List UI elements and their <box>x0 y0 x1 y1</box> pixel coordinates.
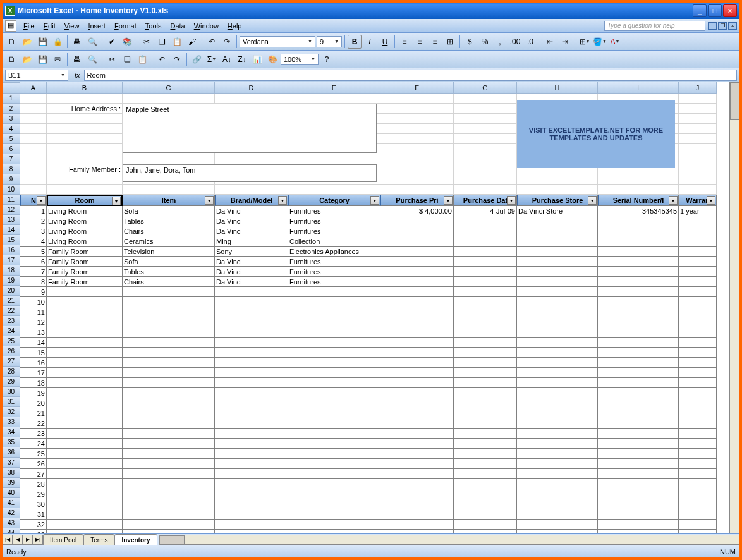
cell[interactable] <box>215 327 288 338</box>
filter-header-purchase-dat[interactable]: Purchase Dat▼ <box>454 195 517 206</box>
cell[interactable] <box>598 520 679 530</box>
cell[interactable] <box>517 287 598 297</box>
print-button[interactable]: 🖶 <box>70 35 84 49</box>
cell[interactable] <box>598 509 679 520</box>
print-preview-button[interactable]: 🔍 <box>85 35 99 49</box>
cell[interactable] <box>679 327 717 338</box>
new-doc-button[interactable]: 🗋 <box>5 52 19 66</box>
cell[interactable] <box>288 449 380 459</box>
cell[interactable] <box>288 378 380 388</box>
chart-wizard-button[interactable]: 📊 <box>250 52 264 66</box>
cell[interactable] <box>380 388 454 398</box>
cell[interactable] <box>598 348 679 358</box>
cell[interactable]: Sofa <box>123 257 215 267</box>
cell[interactable] <box>380 489 454 499</box>
cell[interactable] <box>454 247 517 257</box>
col-header-A[interactable]: A <box>20 82 47 94</box>
tab-nav-next[interactable]: ▶ <box>23 535 33 545</box>
bold-button[interactable]: B <box>348 35 362 49</box>
cell[interactable] <box>380 297 454 307</box>
cell[interactable] <box>288 418 380 429</box>
cell[interactable] <box>47 114 123 124</box>
cell[interactable] <box>47 144 123 154</box>
cell[interactable] <box>47 499 123 509</box>
cell[interactable] <box>215 469 288 479</box>
cell[interactable] <box>454 257 517 267</box>
cell[interactable]: 26 <box>20 459 47 469</box>
open2-button[interactable]: 📂 <box>20 52 34 66</box>
cell[interactable] <box>47 338 123 348</box>
cell[interactable] <box>679 429 717 439</box>
cell[interactable] <box>288 530 380 533</box>
format-painter-button[interactable]: 🖌 <box>185 35 199 49</box>
cell[interactable]: 28 <box>20 479 47 489</box>
cell[interactable] <box>215 439 288 449</box>
cell[interactable] <box>123 449 215 459</box>
cell[interactable] <box>598 185 679 195</box>
cell[interactable] <box>679 114 717 124</box>
cell[interactable] <box>215 418 288 429</box>
cell[interactable] <box>679 439 717 449</box>
cell[interactable] <box>123 469 215 479</box>
row-header-8[interactable]: 8 <box>3 164 20 174</box>
print2-button[interactable]: 🖶 <box>70 52 84 66</box>
cell[interactable] <box>454 348 517 358</box>
row-header-5[interactable]: 5 <box>3 134 20 144</box>
cell[interactable] <box>123 348 215 358</box>
cell[interactable] <box>598 479 679 489</box>
filter-dropdown-icon[interactable]: ▼ <box>37 196 46 205</box>
cell[interactable] <box>380 134 454 144</box>
cell[interactable] <box>380 418 454 429</box>
cell[interactable] <box>679 164 717 174</box>
cell[interactable] <box>380 378 454 388</box>
cell[interactable] <box>47 124 123 134</box>
select-all-corner[interactable] <box>3 82 20 94</box>
formula-bar[interactable]: Room <box>84 70 737 81</box>
menu-format[interactable]: Format <box>110 21 141 31</box>
cell[interactable] <box>380 154 454 164</box>
row-header-22[interactable]: 22 <box>3 306 20 316</box>
cell[interactable] <box>679 520 717 530</box>
cell[interactable] <box>215 459 288 469</box>
cell[interactable] <box>123 520 215 530</box>
cell[interactable]: 4-Jul-09 <box>454 206 517 216</box>
cell[interactable] <box>215 297 288 307</box>
cell[interactable]: Family Room <box>47 247 123 257</box>
col-header-H[interactable]: H <box>517 82 598 94</box>
cell[interactable] <box>517 509 598 520</box>
cell[interactable]: Furnitures <box>288 267 380 277</box>
cell[interactable]: Ming <box>215 236 288 247</box>
cell[interactable] <box>20 154 47 164</box>
cell[interactable] <box>288 358 380 368</box>
cell[interactable]: Furnitures <box>288 277 380 287</box>
cell[interactable] <box>598 408 679 418</box>
cell[interactable] <box>454 530 517 533</box>
cell[interactable]: Living Room <box>47 216 123 226</box>
cell[interactable] <box>380 287 454 297</box>
cell[interactable] <box>47 287 123 297</box>
filter-header-purchase-store[interactable]: Purchase Store▼ <box>517 195 598 206</box>
cell[interactable] <box>679 174 717 185</box>
row-header-7[interactable]: 7 <box>3 154 20 164</box>
cell[interactable] <box>47 520 123 530</box>
cell[interactable]: 11 <box>20 307 47 317</box>
cell[interactable] <box>598 418 679 429</box>
cell[interactable]: 2 <box>20 216 47 226</box>
cell[interactable] <box>288 307 380 317</box>
cell[interactable] <box>215 287 288 297</box>
cell[interactable] <box>517 307 598 317</box>
cell[interactable] <box>215 185 288 195</box>
redo-button[interactable]: ↷ <box>220 35 234 49</box>
cell[interactable] <box>123 307 215 317</box>
cell[interactable] <box>380 368 454 378</box>
row-header-39[interactable]: 39 <box>3 478 20 488</box>
cell[interactable] <box>517 489 598 499</box>
row-header-34[interactable]: 34 <box>3 427 20 437</box>
percent-button[interactable]: % <box>478 35 492 49</box>
cell[interactable] <box>123 297 215 307</box>
cell[interactable] <box>123 489 215 499</box>
row-header-37[interactable]: 37 <box>3 458 20 468</box>
cell[interactable] <box>123 358 215 368</box>
decrease-decimal-button[interactable]: .0 <box>523 35 537 49</box>
spell-check-button[interactable]: ✔ <box>105 35 119 49</box>
